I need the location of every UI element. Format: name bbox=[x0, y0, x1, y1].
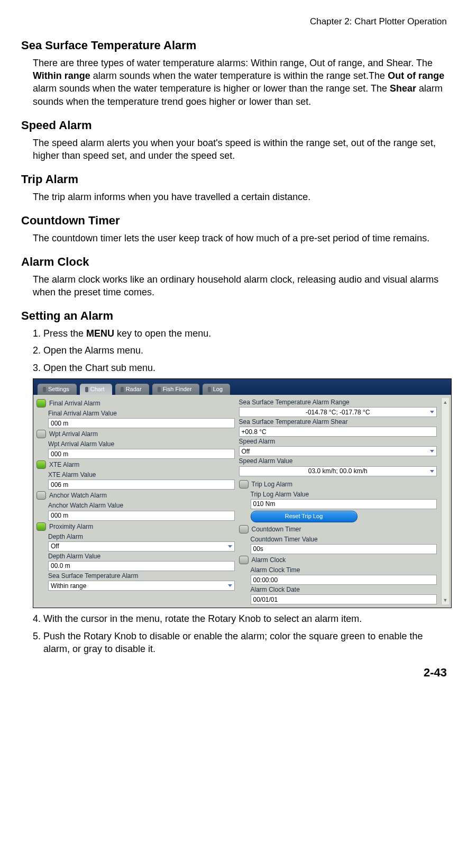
field-xte-value[interactable]: 006 m bbox=[48, 480, 235, 490]
label-sst-shear: Sea Surface Temperature Alarm Shear bbox=[239, 418, 437, 426]
label-xte-value: XTE Alarm Value bbox=[48, 471, 235, 479]
paragraph-alarm-clock: The alarm clock works like an ordinary h… bbox=[33, 273, 447, 299]
heading-sst: Sea Surface Temperature Alarm bbox=[21, 38, 447, 53]
bold-within-range: Within range bbox=[33, 70, 90, 81]
field-wpt-arrival-value[interactable]: 000 m bbox=[48, 449, 235, 459]
field-final-arrival-value[interactable]: 000 m bbox=[48, 418, 235, 428]
tab-nub-icon bbox=[208, 387, 211, 392]
paragraph-sst: There are three types of water temperatu… bbox=[33, 57, 447, 108]
scroll-up-icon[interactable]: ▲ bbox=[443, 399, 448, 405]
reset-trip-log-button[interactable]: Reset Trip Log bbox=[251, 511, 357, 522]
field-speed-alarm[interactable]: Off bbox=[239, 446, 437, 456]
tab-settings[interactable]: Settings bbox=[38, 384, 77, 395]
tab-bar: Settings Chart Radar Fish Finder Log bbox=[33, 379, 451, 395]
field-anchor-value[interactable]: 000 m bbox=[48, 511, 235, 521]
label-alarm-clock-date: Alarm Clock Date bbox=[251, 585, 437, 594]
page-number: 2-43 bbox=[21, 665, 447, 681]
label-speed-value: Speed Alarm Value bbox=[239, 457, 437, 465]
bold-out-of-range: Out of range bbox=[388, 70, 444, 81]
toggle-proximity[interactable] bbox=[36, 522, 46, 531]
bold-menu: MENU bbox=[86, 328, 114, 339]
field-alarm-clock-time[interactable]: 00:00:00 bbox=[251, 575, 437, 585]
field-sst-range[interactable]: -014.78 °C; -017.78 °C bbox=[239, 407, 437, 417]
label-sst-alarm: Sea Surface Temperature Alarm bbox=[48, 572, 235, 580]
tab-label: Chart bbox=[90, 385, 105, 393]
tab-radar[interactable]: Radar bbox=[115, 384, 149, 395]
right-column: Sea Surface Temperature Alarm Range -014… bbox=[239, 398, 437, 605]
text: There are three types of water temperatu… bbox=[33, 58, 433, 68]
label-wpt-arrival-value: Wpt Arrival Alarm Value bbox=[48, 440, 235, 448]
scroll-down-icon[interactable]: ▼ bbox=[443, 597, 448, 603]
label-xte: XTE Alarm bbox=[49, 460, 79, 469]
label-trip-log-value: Trip Log Alarm Value bbox=[251, 490, 437, 499]
label-proximity: Proximity Alarm bbox=[49, 522, 93, 531]
toggle-wpt-arrival[interactable] bbox=[36, 430, 46, 438]
field-speed-value[interactable]: 03.0 km/h; 00.0 km/h bbox=[239, 466, 437, 476]
label-countdown: Countdown Timer bbox=[252, 525, 301, 534]
label-sst-range: Sea Surface Temperature Alarm Range bbox=[239, 398, 437, 406]
label-speed-alarm: Speed Alarm bbox=[239, 437, 437, 446]
tab-log[interactable]: Log bbox=[203, 384, 230, 395]
label-alarm-clock-time: Alarm Clock Time bbox=[251, 566, 437, 574]
tab-label: Log bbox=[213, 385, 223, 393]
step-3: Open the Chart sub menu. bbox=[43, 361, 447, 374]
text: alarm sounds when the water temperature … bbox=[33, 83, 390, 94]
heading-countdown: Countdown Timer bbox=[21, 213, 447, 229]
toggle-countdown[interactable] bbox=[239, 525, 249, 534]
tab-nub-icon bbox=[43, 387, 46, 392]
heading-trip: Trip Alarm bbox=[21, 171, 447, 187]
bold-shear: Shear bbox=[390, 83, 416, 94]
field-trip-log-value[interactable]: 010 Nm bbox=[251, 499, 437, 509]
toggle-trip-log[interactable] bbox=[239, 480, 249, 489]
tab-nub-icon bbox=[121, 387, 124, 392]
label-anchor-value: Anchor Watch Alarm Value bbox=[48, 501, 235, 510]
label-final-arrival: Final Arrival Alarm bbox=[49, 399, 100, 408]
text: Press the bbox=[43, 328, 86, 339]
label-trip-log: Trip Log Alarm bbox=[252, 480, 293, 489]
text: key to open the menu. bbox=[114, 328, 211, 339]
left-column: Final Arrival Alarm Final Arrival Alarm … bbox=[36, 398, 235, 605]
field-sst-shear[interactable]: +00.8 °C bbox=[239, 427, 437, 437]
text: alarm sounds when the water temperature … bbox=[90, 70, 388, 81]
heading-setting-alarm: Setting an Alarm bbox=[21, 308, 447, 324]
label-anchor: Anchor Watch Alarm bbox=[49, 491, 107, 500]
tab-nub-icon bbox=[158, 387, 161, 392]
label-depth-value: Depth Alarm Value bbox=[48, 552, 235, 560]
label-alarm-clock: Alarm Clock bbox=[252, 556, 286, 564]
step-1: Press the MENU key to open the menu. bbox=[43, 327, 447, 340]
field-depth-alarm[interactable]: Off bbox=[48, 541, 235, 551]
paragraph-countdown: The countdown timer lets the user keep t… bbox=[33, 232, 447, 245]
field-countdown-value[interactable]: 00s bbox=[251, 544, 437, 554]
step-2: Open the Alarms menu. bbox=[43, 344, 447, 357]
field-depth-value[interactable]: 00.0 m bbox=[48, 561, 235, 571]
label-depth-alarm: Depth Alarm bbox=[48, 532, 235, 541]
label-final-arrival-value: Final Arrival Alarm Value bbox=[48, 409, 235, 418]
tab-label: Radar bbox=[126, 385, 142, 393]
toggle-alarm-clock[interactable] bbox=[239, 556, 249, 564]
tab-chart[interactable]: Chart bbox=[80, 384, 112, 395]
alarms-chart-panel: Settings Chart Radar Fish Finder Log Fin… bbox=[33, 378, 452, 609]
toggle-final-arrival[interactable] bbox=[36, 399, 46, 408]
tab-nub-icon bbox=[85, 387, 88, 392]
chapter-header: Chapter 2: Chart Plotter Operation bbox=[21, 16, 447, 28]
paragraph-trip: The trip alarm informs when you have tra… bbox=[33, 191, 447, 203]
tab-label: Fish Finder bbox=[163, 385, 192, 393]
paragraph-speed: The speed alarm alerts you when your boa… bbox=[33, 137, 447, 162]
step-4: With the cursor in the menu, rotate the … bbox=[43, 612, 447, 625]
step-5: Push the Rotary Knob to disable or enabl… bbox=[43, 630, 447, 656]
field-sst-alarm[interactable]: Within range bbox=[48, 581, 235, 591]
label-countdown-value: Countdown Timer Value bbox=[251, 535, 437, 544]
heading-speed: Speed Alarm bbox=[21, 117, 447, 133]
scrollbar[interactable]: ▲ ▼ bbox=[441, 398, 449, 605]
heading-alarm-clock: Alarm Clock bbox=[21, 254, 447, 270]
tab-fish-finder[interactable]: Fish Finder bbox=[152, 384, 199, 395]
toggle-anchor[interactable] bbox=[36, 491, 46, 500]
label-wpt-arrival: Wpt Arrival Alarm bbox=[49, 430, 98, 438]
toggle-xte[interactable] bbox=[36, 460, 46, 469]
field-alarm-clock-date[interactable]: 00/01/01 bbox=[251, 594, 437, 604]
tab-label: Settings bbox=[48, 385, 69, 393]
